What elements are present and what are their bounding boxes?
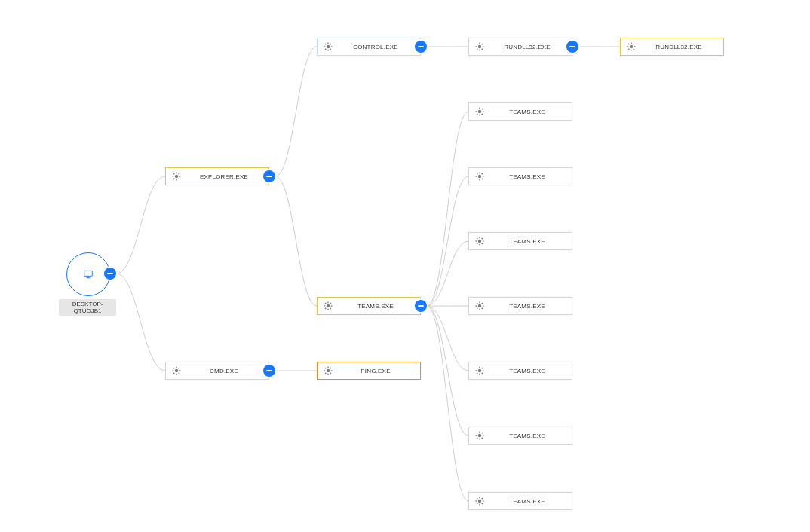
process-label: TEAMS.EXE [490,303,572,310]
process-node-teams2[interactable]: TEAMS.EXE [468,167,572,185]
process-icon [469,496,490,506]
process-node-rundll2[interactable]: RUNDLL32.EXE [620,38,724,56]
collapse-toggle-control[interactable] [415,41,427,53]
collapse-toggle-cmd[interactable] [263,365,275,377]
edge-teams-teams5 [427,306,468,371]
edge-teams-teams2 [427,176,468,306]
edge-rootR-explorer [116,176,165,274]
process-icon [469,301,490,311]
edge-teams-teams6 [427,306,468,436]
process-label: RUNDLL32.EXE [642,44,723,50]
process-node-cmd[interactable]: CMD.EXE [165,362,269,380]
monitor-icon [83,269,94,280]
process-icon [621,41,642,52]
process-icon [469,236,490,246]
root-collapse-toggle[interactable] [104,268,116,280]
process-node-teams[interactable]: TEAMS.EXE [317,297,421,315]
process-icon [469,41,490,52]
collapse-toggle-teams[interactable] [415,300,427,312]
process-node-control[interactable]: CONTROL.EXE [317,38,421,56]
process-node-ping[interactable]: PING.EXE [317,362,421,380]
process-node-teams1[interactable]: TEAMS.EXE [468,102,572,121]
process-label: TEAMS.EXE [490,238,572,245]
process-label: CONTROL.EXE [339,44,420,50]
process-node-teams3[interactable]: TEAMS.EXE [468,232,572,250]
edge-teams-teams3 [427,241,468,306]
process-label: RUNDLL32.EXE [490,44,572,50]
process-label: EXPLORER.EXE [187,173,268,180]
process-icon [318,365,339,376]
process-label: TEAMS.EXE [339,303,420,310]
process-label: TEAMS.EXE [490,433,572,439]
process-label: TEAMS.EXE [490,173,572,180]
link-layer [0,0,810,532]
process-label: TEAMS.EXE [490,498,572,505]
process-node-teams7[interactable]: TEAMS.EXE [468,492,572,510]
process-icon [166,365,187,376]
process-icon [469,430,490,441]
process-icon [166,171,187,182]
process-icon [469,365,490,376]
root-host-label: DESKTOP-QTUOJB1 [59,299,116,316]
process-icon [469,171,490,182]
edge-explorer-control [275,47,317,176]
edge-explorer-teams [275,176,317,306]
edge-teams-teams7 [427,306,468,501]
process-node-teams6[interactable]: TEAMS.EXE [468,427,572,445]
edge-teams-teams1 [427,112,468,306]
svg-rect-0 [84,271,93,276]
process-label: CMD.EXE [187,368,268,375]
process-label: TEAMS.EXE [490,109,572,115]
collapse-toggle-rundll1[interactable] [566,41,578,53]
process-icon [469,106,490,117]
process-node-rundll1[interactable]: RUNDLL32.EXE [468,38,572,56]
process-node-explorer[interactable]: EXPLORER.EXE [165,167,269,185]
process-label: PING.EXE [339,368,420,375]
collapse-toggle-explorer[interactable] [263,170,275,182]
process-icon [318,41,339,52]
edge-rootR-cmd [116,274,165,371]
process-node-teams5[interactable]: TEAMS.EXE [468,362,572,380]
process-label: TEAMS.EXE [490,368,572,375]
process-node-teams4[interactable]: TEAMS.EXE [468,297,572,315]
process-icon [318,301,339,311]
